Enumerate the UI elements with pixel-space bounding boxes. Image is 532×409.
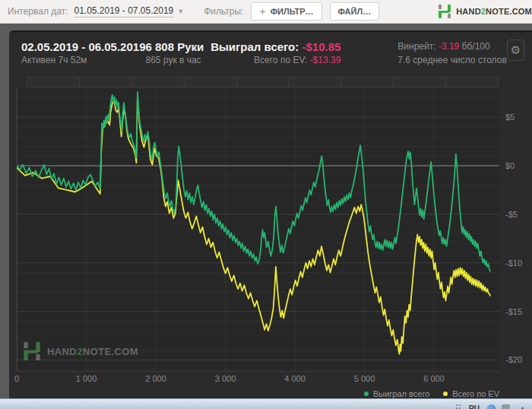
watermark: HAND2NOTE.COM <box>23 342 138 360</box>
file-filter-button[interactable]: ФАЙЛ… <box>330 2 380 21</box>
toolbar: Интервал дат: 01.05.2019 - 07.05.2019 ▼ … <box>0 0 532 24</box>
x-tick-label: 1 000 <box>76 374 97 383</box>
y-tick-label: $0 <box>505 161 515 170</box>
y-tick-label: -$15 <box>505 307 522 316</box>
windows-taskbar[interactable]: RU ▲ <box>0 398 532 409</box>
gear-icon: ⚙ <box>511 43 521 57</box>
stat-date-range: 02.05.2019 - 06.05.2019 Активен 7ч 52м <box>21 40 145 67</box>
chart-canvas <box>17 87 499 372</box>
y-axis: $5$0-$5-$10-$15-$20 <box>505 87 531 372</box>
x-tick-label: 5 000 <box>354 374 375 383</box>
y-tick-label: -$10 <box>505 258 522 268</box>
settings-button[interactable]: ⚙ <box>507 40 524 61</box>
add-filter-button[interactable]: + ФИЛЬТР… <box>251 2 321 21</box>
series-line-Выиграл всего <box>17 92 490 271</box>
x-tick-label: 6 000 <box>423 374 445 383</box>
y-tick-label: -$20 <box>505 355 522 364</box>
stat-won-label: Выиграл всего: <box>211 40 299 53</box>
legend-label-ev: Всего по EV <box>452 389 499 398</box>
stat-hands: 6 808 Руки 865 рук в час <box>145 40 207 67</box>
stats-header: 02.05.2019 - 06.05.2019 Активен 7ч 52м 6… <box>9 40 532 75</box>
x-tick-label: 3 000 <box>215 374 236 383</box>
legend-item-ev[interactable]: Всего по EV <box>443 389 499 398</box>
date-interval-label: Интервал дат: <box>8 6 68 17</box>
stat-won-total: Выиграл всего: -$10.85 <box>207 40 340 54</box>
report-panel: 02.05.2019 - 06.05.2019 Активен 7ч 52м 6… <box>9 30 532 398</box>
legend-dot-won <box>364 392 369 396</box>
date-interval-value[interactable]: 01.05.2019 - 07.05.2019 <box>74 5 173 17</box>
stat-ev-value: -$13.39 <box>310 55 341 65</box>
language-indicator[interactable]: RU <box>469 404 480 409</box>
watermark-logo-icon <box>23 342 41 360</box>
chevron-down-icon[interactable]: ▼ <box>177 8 184 15</box>
stat-winrate-units: бб/100 <box>462 41 490 52</box>
x-axis: 01 0002 0003 0004 0005 0006 000 <box>17 374 499 385</box>
file-filter-button-label: ФАЙЛ… <box>338 7 372 16</box>
add-filter-button-label: ФИЛЬТР… <box>271 7 314 16</box>
system-tray: RU ▲ <box>455 401 526 409</box>
y-tick-label: -$5 <box>505 210 518 219</box>
winnings-chart-plot[interactable] <box>17 87 499 372</box>
watermark-text: HAND2NOTE.COM <box>47 346 138 357</box>
stat-date-range-value: 02.05.2019 - 06.05.2019 <box>21 40 145 54</box>
legend-dot-ev <box>443 392 448 396</box>
stat-hands-per-hour: 865 рук в час <box>145 54 207 67</box>
stat-avg-tables: 7.6 среднее число столов <box>397 54 506 67</box>
legend-item-won[interactable]: Выиграл всего <box>364 389 429 398</box>
taskbar-grip-icon[interactable] <box>455 404 461 409</box>
x-tick-label: 4 000 <box>284 374 306 383</box>
screen: { "topbar": { "date_interval_label": "Ин… <box>0 0 532 409</box>
stat-winrate-value: -3.19 <box>439 41 459 52</box>
x-tick-label: 2 000 <box>145 374 166 383</box>
stat-ev-total: Всего по EV: -$13.39 <box>207 54 340 67</box>
tray-app-icon-2[interactable] <box>502 404 510 409</box>
x-tick-label: 0 <box>14 374 19 383</box>
stat-active-time: Активен 7ч 52м <box>21 54 145 67</box>
stat-winrate-label: Винрейт: <box>397 41 435 52</box>
brand-logo[interactable]: HAND2NOTE.COM <box>438 5 532 18</box>
stat-winnings: Выиграл всего: -$10.85 Всего по EV: -$13… <box>207 40 340 67</box>
plus-icon: + <box>259 6 265 17</box>
summary-cells-row <box>27 77 499 87</box>
series-line-Всего по EV <box>17 99 490 354</box>
y-tick-label: $5 <box>505 113 515 122</box>
filters-label: Фильтры: <box>204 6 243 17</box>
legend-label-won: Выиграл всего <box>373 389 429 398</box>
stat-ev-label: Всего по EV: <box>254 55 307 65</box>
hand2note-logo-icon <box>438 5 451 18</box>
brand-text: HAND2NOTE.COM <box>456 7 532 16</box>
stat-winrate: Винрейт: -3.19 бб/100 7.6 среднее число … <box>397 40 506 67</box>
tray-expand-icon[interactable]: ▲ <box>519 404 526 409</box>
stat-winrate-line: Винрейт: -3.19 бб/100 <box>397 40 506 54</box>
stat-hands-total: 6 808 Руки <box>145 40 207 54</box>
chart-legend: Выиграл всего Всего по EV <box>350 389 499 398</box>
tray-app-icon[interactable] <box>487 404 496 409</box>
stat-won-value: -$10.85 <box>302 40 340 53</box>
